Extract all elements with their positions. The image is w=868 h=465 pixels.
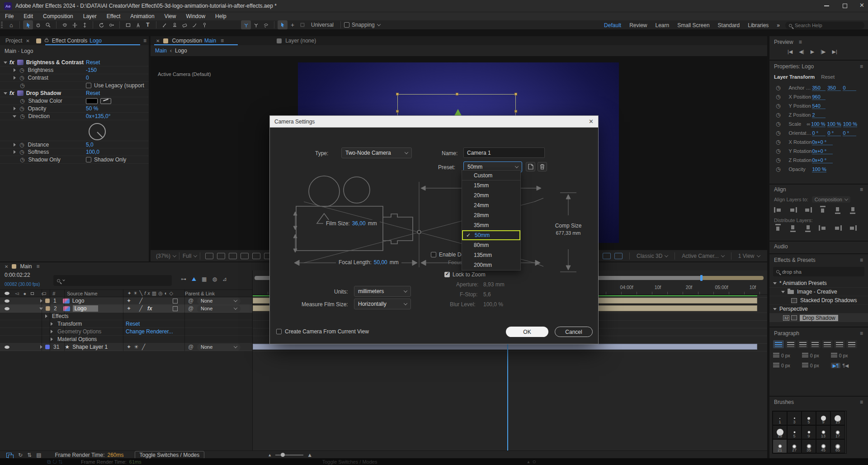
measure-film-size-dropdown[interactable]: Horizontally — [354, 299, 411, 309]
pen-tool[interactable] — [133, 20, 143, 29]
fast-previews-icon[interactable] — [614, 253, 623, 259]
breadcrumb-comp[interactable]: Main — [155, 47, 167, 54]
group-label[interactable]: Material Options — [57, 336, 97, 342]
pan-behind-tool[interactable] — [106, 20, 116, 29]
gizmo-universal-icon[interactable] — [241, 20, 251, 29]
group-row-effects[interactable]: Effects — [0, 313, 252, 320]
effect-name[interactable]: Brightness & Contrast — [26, 59, 84, 66]
type-dropdown[interactable]: Two-Node Camera — [341, 147, 412, 158]
group-row-material[interactable]: Material Options — [0, 336, 252, 343]
layer-transform-section[interactable]: Layer Transform — [774, 74, 815, 80]
expand-icon[interactable] — [14, 76, 16, 80]
create-from-view-checkbox[interactable] — [276, 329, 282, 334]
stopwatch-icon[interactable]: ◷ — [19, 75, 24, 81]
selection-tool[interactable] — [23, 20, 33, 29]
preset-option-24mm[interactable]: 24mm — [462, 200, 520, 210]
panel-menu-icon[interactable]: ≡ — [860, 399, 863, 405]
label-color-swatch[interactable] — [45, 299, 50, 303]
zoom-tool[interactable] — [43, 20, 53, 29]
group-label[interactable]: Effects — [52, 313, 68, 319]
transform-reset-link[interactable]: Reset — [126, 321, 140, 327]
panel-menu-icon[interactable]: ≡ — [799, 39, 802, 45]
expand-icon[interactable] — [781, 291, 785, 293]
minimize-button[interactable] — [824, 5, 829, 6]
expand-icon[interactable] — [51, 337, 53, 341]
brush-item[interactable]: 65 — [830, 439, 845, 453]
orbit-camera-tool[interactable] — [60, 20, 70, 29]
align-center-text-button[interactable] — [785, 340, 796, 348]
distribute-right-button[interactable] — [848, 224, 858, 232]
text-direction-ltr-button[interactable]: ▶¶ — [831, 363, 841, 368]
audio-panel-title[interactable]: Audio — [774, 243, 788, 250]
brush-item[interactable]: 13 — [816, 425, 830, 439]
prop-value[interactable]: 100 % — [812, 166, 826, 172]
prop-value[interactable]: 960 — [812, 94, 826, 100]
dialog-close-icon[interactable]: ✕ — [589, 118, 594, 125]
properties-panel-title[interactable]: Properties: Logo — [774, 63, 814, 70]
tab-effect-controls[interactable]: Effect Controls — [52, 38, 87, 44]
layer-bar-shape[interactable] — [253, 344, 757, 350]
expand-icon[interactable] — [4, 92, 7, 95]
brush-item[interactable]: 35 — [802, 439, 816, 453]
snapping-checkbox[interactable] — [344, 22, 349, 28]
space-after-field[interactable]: 0 px — [802, 363, 819, 368]
align-right-button[interactable] — [803, 206, 813, 214]
preset-option-200mm[interactable]: 200mm — [462, 260, 520, 270]
zoom-out-mountain-icon[interactable]: ▲ — [268, 453, 272, 457]
distribute-center-v-button[interactable] — [789, 223, 797, 233]
stopwatch-icon[interactable]: ◷ — [776, 130, 780, 136]
prop-value[interactable]: 0 — [843, 85, 856, 91]
selection-handle[interactable] — [396, 110, 399, 113]
video-eye-icon[interactable] — [5, 346, 9, 349]
panel-menu-icon[interactable]: ≡ — [860, 330, 863, 337]
renderer-dropdown[interactable]: Classic 3D — [637, 253, 668, 259]
expand-icon[interactable] — [51, 322, 53, 326]
menu-layer[interactable]: Layer — [78, 13, 102, 19]
expand-icon[interactable] — [773, 308, 777, 310]
change-renderer-link[interactable]: Change Renderer... — [126, 328, 173, 335]
menu-view[interactable]: View — [160, 13, 181, 19]
shadow-only-checkbox[interactable] — [86, 157, 91, 162]
workspace-libraries[interactable]: Libraries — [748, 22, 769, 28]
graph-editor-icon[interactable]: ⊿ — [222, 276, 227, 282]
menu-effect[interactable]: Effect — [102, 13, 125, 19]
expand-icon[interactable] — [14, 68, 16, 72]
tab-effect-controls-target[interactable]: Logo — [90, 38, 102, 44]
expand-icon[interactable] — [4, 62, 7, 64]
layer-row-2-selected[interactable]: 2 Logo ✦ ╱ fx @ None — [0, 305, 252, 313]
expand-icon[interactable] — [39, 308, 43, 310]
reset-link[interactable]: Reset — [86, 90, 100, 96]
parent-dropdown[interactable]: None — [197, 344, 241, 351]
property-value[interactable]: -150 — [86, 67, 97, 73]
prop-value[interactable]: 540 — [812, 103, 826, 109]
prop-value[interactable]: 0 ° — [843, 130, 856, 136]
zoom-in-mountain-icon[interactable]: ▲ — [307, 452, 312, 458]
distribute-top-button[interactable] — [774, 223, 782, 233]
home-tool[interactable]: ⌂ — [6, 20, 16, 29]
puppet-pin-tool[interactable] — [199, 20, 209, 29]
justify-last-center-button[interactable] — [822, 340, 833, 348]
quality-switch-icon[interactable]: ✦ — [127, 344, 131, 350]
layer-name[interactable]: Logo — [72, 298, 85, 304]
preset-option-custom[interactable]: Custom — [462, 171, 520, 180]
timeline-nav-bar-work-area[interactable] — [702, 276, 764, 280]
cancel-button[interactable]: Cancel — [555, 327, 593, 337]
timeline-tab-close-icon[interactable]: ✕ — [5, 264, 8, 269]
play-button[interactable]: ▶ — [811, 49, 814, 55]
eraser-tool[interactable] — [179, 20, 189, 29]
align-to-dropdown[interactable]: Composition — [812, 196, 850, 203]
workspace-review[interactable]: Review — [629, 22, 647, 28]
rectangle-tool[interactable] — [123, 20, 133, 29]
panel-menu-icon[interactable]: ≡ — [860, 63, 863, 70]
selection-handle[interactable] — [514, 93, 517, 95]
distribute-left-button[interactable] — [818, 224, 828, 232]
preset-option-15mm[interactable]: 15mm — [462, 180, 520, 190]
draft-switch-icon[interactable]: ╱ — [139, 298, 142, 304]
effect-name[interactable]: Drop Shadow — [26, 90, 61, 96]
panel-menu-icon[interactable]: ≡ — [860, 186, 863, 193]
panel-menu-icon[interactable]: ≡ — [143, 38, 146, 44]
space-before-field[interactable]: 0 px — [802, 353, 819, 358]
workspace-learn[interactable]: Learn — [656, 22, 670, 28]
camera-view-dropdown[interactable]: Active Camer... — [682, 253, 724, 259]
layer-row-31[interactable]: 31 ★ Shape Layer 1 ✦ ☀ ╱ @ None — [0, 343, 252, 351]
